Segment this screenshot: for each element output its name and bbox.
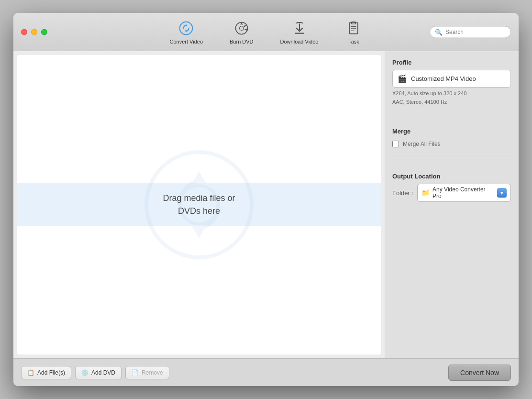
convert-video-button[interactable]: Convert Video [166, 18, 207, 46]
close-button[interactable] [21, 29, 27, 35]
folder-select[interactable]: 📁 Any Video Converter Pro ▼ [417, 184, 511, 202]
convert-video-icon [177, 20, 195, 37]
task-button[interactable]: Task [341, 18, 366, 46]
search-box[interactable]: 🔍 [430, 26, 511, 38]
profile-selector[interactable]: 🎬 Customized MP4 Video [392, 70, 511, 88]
download-video-button[interactable]: Download Video [277, 18, 322, 46]
svg-point-0 [180, 22, 193, 34]
folder-row: Folder : 📁 Any Video Converter Pro ▼ [392, 184, 511, 202]
add-dvd-label: Add DVD [91, 369, 115, 376]
app-window: Convert Video Burn DVD [13, 13, 519, 386]
titlebar: Convert Video Burn DVD [13, 13, 519, 51]
download-video-label: Download Video [280, 39, 319, 44]
download-video-icon [291, 20, 308, 37]
burn-dvd-button[interactable]: Burn DVD [226, 18, 257, 46]
add-files-label: Add File(s) [37, 369, 65, 376]
burn-dvd-icon [233, 20, 250, 37]
profile-detail2: AAC, Stereo, 44100 Hz [392, 98, 511, 107]
profile-details: X264, Auto size up to 320 x 240 AAC, Ste… [392, 88, 511, 108]
convert-video-label: Convert Video [170, 39, 203, 44]
merge-checkbox[interactable] [392, 141, 399, 147]
profile-section-title: Profile [392, 59, 511, 66]
drop-text-line1: Drag media files or [163, 193, 235, 203]
bottom-bar: 📋 Add File(s) 💿 Add DVD 📄 Remove Convert… [13, 358, 519, 386]
merge-section-title: Merge [392, 128, 511, 135]
profile-detail1: X264, Auto size up to 320 x 240 [392, 89, 511, 98]
svg-marker-13 [192, 226, 206, 238]
maximize-button[interactable] [41, 29, 47, 35]
traffic-lights [21, 29, 47, 35]
add-dvd-icon: 💿 [81, 369, 89, 376]
minimize-button[interactable] [31, 29, 37, 35]
merge-checkbox-row: Merge All Files [392, 139, 511, 149]
divider-1 [392, 118, 511, 118]
svg-point-4 [239, 26, 244, 30]
folder-label: Folder : [392, 189, 413, 197]
add-files-icon: 📋 [27, 369, 34, 376]
merge-checkbox-label[interactable]: Merge All Files [403, 141, 441, 147]
task-label: Task [348, 39, 359, 44]
right-panel: Profile 🎬 Customized MP4 Video X264, Aut… [385, 51, 519, 358]
svg-marker-12 [192, 171, 206, 183]
folder-icon: 📁 [421, 189, 430, 197]
profile-name: Customized MP4 Video [411, 75, 506, 82]
remove-icon: 📄 [132, 369, 139, 376]
drop-text: Drag media files or DVDs here [163, 192, 235, 218]
profile-selector-icon: 🎬 [398, 74, 407, 83]
main-content: Drag media files or DVDs here Profile 🎬 … [13, 51, 519, 358]
search-icon: 🔍 [435, 28, 443, 35]
drop-area[interactable]: Drag media files or DVDs here [17, 55, 381, 355]
profile-section: Profile 🎬 Customized MP4 Video X264, Aut… [392, 59, 511, 108]
folder-select-text: Any Video Converter Pro [432, 186, 494, 200]
merge-section: Merge Merge All Files [392, 128, 511, 149]
divider-2 [392, 159, 511, 159]
output-section-title: Output Location [392, 173, 511, 180]
drop-text-line2: DVDs here [178, 206, 220, 216]
remove-label: Remove [142, 369, 163, 376]
output-section: Output Location Folder : 📁 Any Video Con… [392, 173, 511, 202]
convert-now-button[interactable]: Convert Now [448, 365, 511, 381]
remove-button[interactable]: 📄 Remove [125, 366, 169, 379]
add-dvd-button[interactable]: 💿 Add DVD [75, 366, 122, 379]
burn-dvd-label: Burn DVD [230, 39, 254, 44]
chevron-down-icon: ▼ [499, 190, 504, 196]
folder-dropdown-arrow: ▼ [497, 188, 507, 198]
svg-rect-5 [350, 22, 358, 33]
task-icon [345, 20, 362, 37]
search-input[interactable] [445, 29, 506, 35]
add-files-button[interactable]: 📋 Add File(s) [21, 366, 71, 379]
